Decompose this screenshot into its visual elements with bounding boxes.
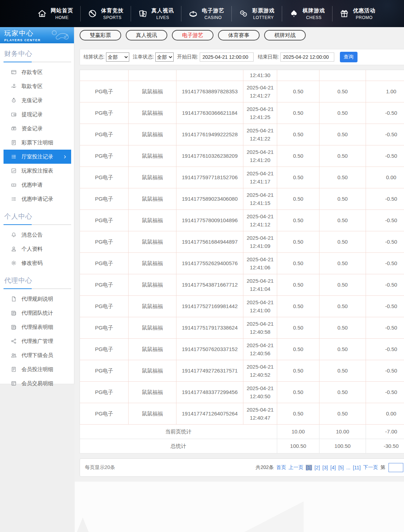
- page-link-11[interactable]: [11]: [353, 465, 361, 470]
- nav-item-label-zh: 真人视讯: [151, 7, 174, 14]
- cell-order-id: 1914177483377299456: [176, 382, 243, 403]
- table-row: PG电子鼠鼠福福19141776388978283532025-04-2112:…: [80, 81, 404, 102]
- table-row: PG电子鼠鼠福福19141775076203371522025-04-2112:…: [80, 339, 404, 360]
- sidebar-item-代理规则说明[interactable]: 代理规则说明: [0, 292, 74, 306]
- summary-valid-bet: 10.00: [319, 425, 366, 439]
- cell-platform: PG电子: [80, 360, 129, 382]
- filter-bar: 结算状态: 全部 注单状态: 全部 开始日期: 结束日期: 查询: [80, 49, 404, 65]
- bell-icon: [11, 232, 17, 238]
- sidebar-item-代理下级会员[interactable]: 代理下级会员: [0, 348, 74, 362]
- sidebar-item-label: 代理团队统计: [21, 310, 53, 317]
- page-link-1[interactable]: [1]: [306, 465, 312, 470]
- cell-time: 2025-04-2112:40:50: [243, 382, 277, 403]
- nav-item-lives[interactable]: 真人视讯LIVES: [138, 7, 174, 20]
- tab-棋牌对战[interactable]: 棋牌对战: [264, 30, 306, 40]
- start-date-input[interactable]: [200, 52, 254, 62]
- nav-item-sports[interactable]: 体育竞技SPORTS: [88, 7, 124, 20]
- cell-bet: 0.50: [277, 210, 319, 231]
- cell-valid-bet: 0.50: [319, 145, 366, 167]
- sidebar: 玩家中心 PLAYERS CENTER 财务中心存款专区取款专区充值记录提现记录…: [0, 27, 74, 384]
- cell-game: 鼠鼠福福: [129, 339, 176, 360]
- cell-platform: PG电子: [80, 317, 129, 339]
- ticket-icon: [11, 182, 17, 188]
- nav-item-casino[interactable]: 电子游艺CASINO: [188, 7, 224, 20]
- sidebar-item-个人资料[interactable]: 个人资料: [0, 242, 74, 256]
- nav-item-text: 电子游艺CASINO: [202, 7, 224, 20]
- nav-separator: [131, 6, 131, 21]
- cell-result: [366, 70, 404, 81]
- page-link-5[interactable]: [5]: [338, 465, 344, 470]
- table-row: PG电子鼠鼠福福19141775780091048962025-04-2112:…: [80, 210, 404, 231]
- search-button[interactable]: 查询: [340, 52, 358, 62]
- sidebar-item-取款专区[interactable]: 取款专区: [0, 79, 74, 93]
- summary-bet: 100.50: [277, 439, 319, 453]
- cell-bet: 0.50: [277, 403, 319, 425]
- sports-ball-icon: [88, 9, 97, 18]
- tab-电子游艺[interactable]: 电子游艺: [172, 30, 213, 40]
- table-row: PG电子鼠鼠福福19141775977181527062025-04-2112:…: [80, 167, 404, 188]
- sidebar-item-彩票下注明细[interactable]: 彩票下注明细: [0, 136, 74, 150]
- cell-valid-bet: 0.50: [319, 231, 366, 253]
- sidebar-item-修改密码[interactable]: 修改密码: [0, 256, 74, 270]
- cell-order-id: 1914177589023406080: [176, 188, 243, 210]
- cell-valid-bet: 0.50: [319, 403, 366, 425]
- next-page-link[interactable]: 下一页: [363, 464, 378, 471]
- cell-time: 12:41:30: [243, 70, 277, 81]
- nav-item-chess[interactable]: 棋牌游戏CHESS: [289, 7, 325, 20]
- sidebar-section-rule: [4, 62, 71, 62]
- page-link-4[interactable]: [4]: [330, 465, 336, 470]
- tab-真人视讯[interactable]: 真人视讯: [126, 30, 167, 40]
- page-link-2[interactable]: [2]: [315, 465, 320, 470]
- withdraw-hand-icon: [11, 83, 17, 89]
- end-date-input[interactable]: [280, 52, 334, 62]
- table-summary-row: 当前页统计10.0010.00-7.00: [80, 425, 404, 439]
- sidebar-item-label: 充值记录: [21, 97, 43, 104]
- jump-page-input[interactable]: [389, 463, 403, 472]
- sidebar-item-会员投注明细[interactable]: 会员投注明细: [0, 362, 74, 376]
- sidebar-item-玩家投注报表[interactable]: 玩家投注报表: [0, 164, 74, 178]
- nav-item-home[interactable]: 网站首页HOME: [37, 7, 73, 20]
- sidebar-item-代理推广管理[interactable]: 代理推广管理: [0, 334, 74, 348]
- sidebar-item-代理报表明细[interactable]: 代理报表明细: [0, 320, 74, 334]
- cell-platform: PG电子: [80, 102, 129, 124]
- nav-item-label-en: PROMO: [353, 15, 375, 20]
- cell-game: 鼠鼠福福: [129, 188, 176, 210]
- person-icon: [11, 246, 17, 252]
- prev-page-link[interactable]: 上一页: [288, 464, 303, 471]
- nav-item-promo[interactable]: 优惠活动PROMO: [340, 7, 375, 20]
- order-status-select[interactable]: 全部: [155, 52, 174, 62]
- sidebar-item-提现记录[interactable]: 提现记录: [0, 107, 74, 121]
- sidebar-item-厅室投注记录[interactable]: 厅室投注记录: [4, 150, 71, 164]
- money-bag-icon: [11, 97, 17, 104]
- nav-item-lottery[interactable]: 彩票游戏LOTTERY: [239, 7, 275, 20]
- sidebar-header: 玩家中心 PLAYERS CENTER: [0, 27, 74, 43]
- sidebar-item-会员交易明细[interactable]: 会员交易明细: [0, 376, 74, 390]
- sidebar-item-优惠申请记录[interactable]: 优惠申请记录: [0, 192, 74, 206]
- sidebar-item-label: 会员交易明细: [21, 380, 53, 387]
- sidebar-item-充值记录[interactable]: 充值记录: [0, 93, 74, 107]
- table-summary-row: 总统计100.50100.50-30.50: [80, 439, 404, 453]
- sidebar-item-资金记录[interactable]: 资金记录: [0, 121, 74, 136]
- first-page-link[interactable]: 首页: [276, 464, 286, 471]
- settle-status-label: 结算状态:: [83, 54, 105, 60]
- sidebar-item-消息公告[interactable]: 消息公告: [0, 228, 74, 242]
- cell-platform: PG电子: [80, 231, 129, 253]
- cell-valid-bet: 0.50: [319, 382, 366, 403]
- tab-体育赛事[interactable]: 体育赛事: [218, 30, 260, 40]
- tab-雙赢彩票[interactable]: 雙赢彩票: [80, 30, 121, 40]
- cell-game: 鼠鼠福福: [129, 253, 176, 274]
- cell-valid-bet: 0.50: [319, 210, 366, 231]
- sidebar-item-优惠申请[interactable]: 优惠申请: [0, 178, 74, 192]
- sidebar-item-label: 个人资料: [21, 246, 43, 252]
- nav-item-label-en: CASINO: [202, 15, 224, 20]
- cell-bet: 0.50: [277, 145, 319, 167]
- table-row: PG电子鼠鼠福福19141776303666211842025-04-2112:…: [80, 102, 404, 124]
- cell-valid-bet: 0.50: [319, 360, 366, 382]
- page-link-3[interactable]: [3]: [322, 465, 328, 470]
- settle-status-select[interactable]: 全部: [106, 52, 129, 62]
- cell-result: -0.50: [366, 231, 404, 253]
- cell-platform: PG电子: [80, 274, 129, 296]
- cell-valid-bet: 0.50: [319, 274, 366, 296]
- sidebar-item-存款专区[interactable]: 存款专区: [0, 65, 74, 79]
- sidebar-item-代理团队统计[interactable]: 代理团队统计: [0, 306, 74, 320]
